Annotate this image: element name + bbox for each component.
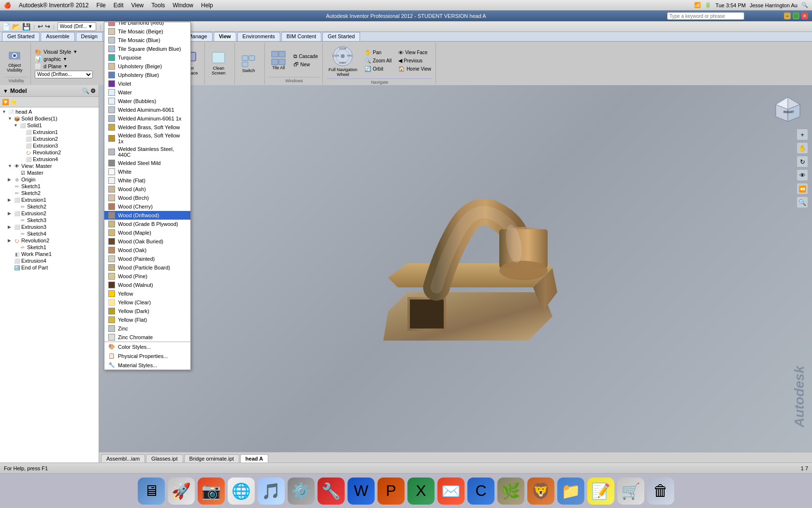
pan-nav-btn[interactable]: ✋ [797,142,808,154]
graphic-dropdown[interactable]: ▼ [63,57,67,61]
view-cube[interactable]: RIGHT [773,95,802,124]
dock-itunes[interactable]: 🎵 [258,478,285,505]
material-item[interactable]: Wood (Driftwood) [104,211,190,220]
switch-btn[interactable]: Switch [239,52,258,75]
material-item[interactable]: Tile Mosaic (Beige) [104,27,190,36]
zoom-nav-btn[interactable]: 🔍 [797,196,808,208]
search-input[interactable] [667,12,744,20]
panel-settings-icon[interactable]: ⚙ [90,88,96,94]
look-nav-btn[interactable]: 👁 [797,169,808,181]
tree-item-revolution2b[interactable]: ▶ ⭮ Revolution2 [1,237,98,244]
maximize-button[interactable]: □ [793,13,799,19]
qa-undo[interactable]: ↩ [38,23,43,30]
dock-ccleaner[interactable]: C [467,478,494,505]
tab-get-started[interactable]: Get Started [2,32,40,41]
dock-excel[interactable]: X [407,478,435,505]
material-item[interactable]: Wood (Cherry) [104,202,190,211]
material-item[interactable]: Welded Aluminum-6061 1x [104,114,190,123]
material-item[interactable]: Yellow (Clear) [104,298,190,307]
tab-assemble[interactable]: Assemble [41,32,74,41]
menu-edit[interactable]: Edit [114,2,124,9]
previous-btn[interactable]: ◀ Previous [397,57,433,64]
tree-item-extrusion2b[interactable]: ▶ ⬜ Extrusion2 [1,210,98,217]
dock-chrome[interactable]: 🌐 [228,478,255,505]
tree-item-sketch1-top[interactable]: ✏ Sketch1 [1,183,98,190]
material-item[interactable]: Welded Steel Mild [104,159,190,167]
dock-finder2[interactable]: 📁 [557,478,584,505]
dock-launchpad[interactable]: 🚀 [168,478,195,505]
pan-btn[interactable]: ✋ Pan [363,49,393,56]
dock-inventor[interactable]: 🔧 [318,478,345,505]
qa-save[interactable]: 💾 [22,23,30,30]
object-visibility-btn[interactable]: ObjectVisibility [5,47,24,74]
tree-item-extrusion2a[interactable]: ⬜ Extrusion2 [1,135,98,142]
material-item[interactable]: Yellow (Dark) [104,307,190,315]
tree-item-workplane1[interactable]: ◧ Work Plane1 [1,251,98,257]
tree-item-end-of-part[interactable]: 🔚 End of Part [1,264,98,271]
home-view-btn[interactable]: 🏠 Home View [397,65,433,73]
tree-item-sketch2b[interactable]: ✏ Sketch2 [1,203,98,210]
material-item[interactable]: Wood (Oak Buried) [104,237,190,246]
tab-glasses[interactable]: Glasses.ipt [146,454,183,463]
menu-file[interactable]: File [96,2,105,9]
tree-item-extrusion3a[interactable]: ⬜ Extrusion3 [1,142,98,149]
zoom-all-btn[interactable]: 🔍 Zoom All [363,57,393,64]
material-footer-item[interactable]: 🔧Material Styles... [104,360,190,370]
material-item[interactable]: Violet [104,79,190,88]
dock-mail[interactable]: ✉️ [437,478,464,505]
tab-design[interactable]: Design [76,32,103,41]
search-icon[interactable]: 🔍 [801,2,808,8]
visual-style-dropdown[interactable]: ▼ [73,49,77,54]
qa-redo[interactable]: ↪ [45,23,50,30]
material-item[interactable]: Tile Square (Medium Blue) [104,45,190,53]
material-item[interactable]: Turquoise [104,53,190,62]
filter-icon[interactable]: 🔽 [2,99,9,105]
dock-finder[interactable]: 🖥 [138,478,165,505]
clean-screen-btn[interactable]: CleanScreen [209,50,228,77]
material-select[interactable]: Wood (Driftwo... [35,71,93,78]
tab-bim[interactable]: BIM Content [281,32,321,41]
plane-dropdown[interactable]: ▼ [63,64,68,69]
menu-view[interactable]: View [131,2,144,9]
material-item[interactable]: Wood (Particle Board) [104,263,190,272]
tab-get-started2[interactable]: Get Started [322,32,360,41]
new-window-btn[interactable]: 🗗 New [292,61,319,68]
dock-photos[interactable]: 📷 [198,478,225,505]
material-item[interactable]: Water (Bubbles) [104,97,190,105]
apple-menu[interactable]: 🍎 [4,2,11,9]
material-item[interactable]: Yellow [104,289,190,298]
material-item[interactable]: Welded Aluminum-6061 [104,105,190,114]
material-item[interactable]: Wood (Pine) [104,272,190,281]
material-item[interactable]: Welded Brass, Soft Yellow 1x [104,132,190,145]
tree-item-extrusion1a[interactable]: ⬜ Extrusion1 [1,129,98,135]
tree-item-sketch4[interactable]: ✏ Sketch4 [1,230,98,237]
material-footer-item[interactable]: 🎨Color Styles... [104,342,190,351]
menu-inventor[interactable]: Autodesk® Inventor® 2012 [19,2,88,9]
material-item[interactable]: Wood (Birch) [104,194,190,202]
material-item[interactable]: Wood (Maple) [104,228,190,237]
dock-word[interactable]: W [348,478,375,505]
material-item[interactable]: Wood (Oak) [104,246,190,254]
rewind-btn[interactable]: ⏪ [797,183,808,194]
material-footer-item[interactable]: 📋Physical Properties... [104,351,190,360]
material-item[interactable]: Zinc [104,324,190,333]
tree-item-extrusion4b[interactable]: ⬜ Extrusion4 [1,257,98,264]
material-item[interactable]: Tile Diamond (Red) [104,22,190,27]
orbit-nav-btn[interactable]: ↻ [797,156,808,167]
viewport[interactable]: RIGHT [99,85,812,452]
close-button[interactable]: ✕ [801,13,808,19]
tree-item-solid-bodies[interactable]: ▼ 📦 Solid Bodies(1) [1,115,98,122]
tree-item-solid1[interactable]: ▼ ⬜ Solid1 [1,122,98,129]
qa-open[interactable]: 📂 [12,23,20,30]
panel-search-icon[interactable]: 🔍 [82,88,89,94]
menu-tools[interactable]: Tools [151,2,165,9]
graphic-btn[interactable]: graphic [44,56,61,62]
dock-stickies[interactable]: 📝 [587,478,614,505]
menu-window[interactable]: Window [173,2,193,9]
tab-bridge[interactable]: Bridge ornimate.ipt [184,454,239,463]
zoom-in-btn[interactable]: + [797,129,808,140]
plane-btn[interactable]: d Plane [44,63,61,69]
qa-new[interactable]: 📄 [2,23,10,30]
material-item[interactable]: White (Flat) [104,176,190,185]
dock-store[interactable]: 🛒 [617,478,644,505]
